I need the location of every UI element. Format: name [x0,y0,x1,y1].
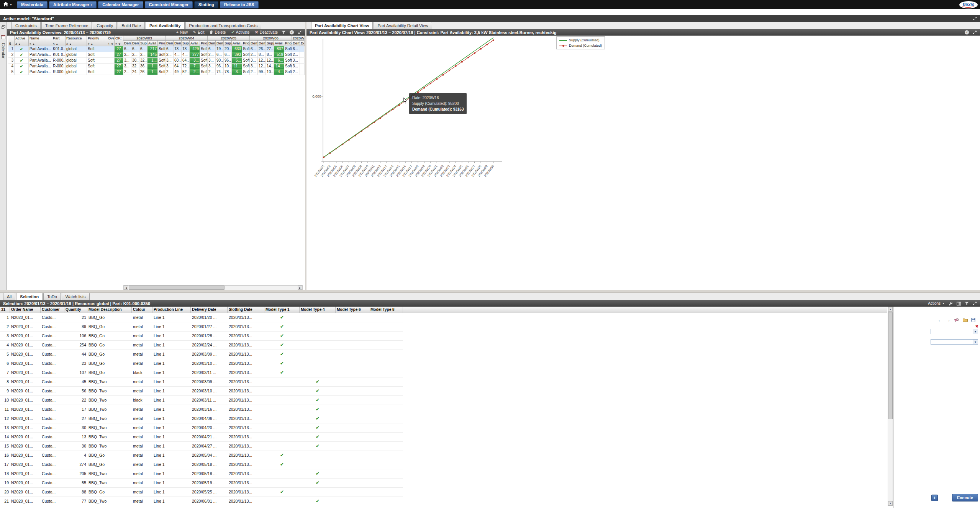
order-row[interactable]: 15N2020_01...Custo...30BBQ_TwometalLine … [0,442,887,451]
column-header-supp[interactable]: Supp [182,41,190,46]
edit-button[interactable]: ✎Edit [193,30,205,35]
column-header-model-type-1[interactable]: Model Type 1 [264,307,300,313]
nav-button-masterdata[interactable]: Masterdata [17,1,48,8]
column-header-avail[interactable]: Avail [190,41,200,46]
order-row[interactable]: 12N2020_01...Custo...27BBQ_TwometalLine … [0,414,887,423]
column-header-model-type-4[interactable]: Model Type 4 [300,307,336,313]
filter-icon[interactable] [282,31,286,34]
tab-todo[interactable]: ToDo [43,293,61,300]
column-header-dem[interactable]: Dem [208,41,216,46]
tab-part-availability[interactable]: Part Availability [146,22,185,29]
maximize-icon[interactable] [973,30,977,34]
column-header-dem[interactable]: Dem [250,41,258,46]
order-row[interactable]: 2N2020_01...Custo...89BBQ_GometalLine 12… [0,322,887,332]
column-header-colour[interactable]: Colour [132,307,152,313]
tab-watch-lists[interactable]: Watch lists [62,293,90,300]
demand-point[interactable] [449,70,450,71]
scrollbar-thumb[interactable] [129,286,225,290]
tab-constraints[interactable]: Constraints [11,22,41,29]
column-header-dem[interactable]: Dem [292,41,300,46]
column-header-supp[interactable]: Supp [139,41,147,46]
order-row[interactable]: 18N2020_01...Custo...205BBQ_TwometalLine… [0,469,887,479]
column-header-production-line[interactable]: Production Line [152,307,191,313]
eraser-icon[interactable] [954,317,959,323]
columns-icon[interactable] [957,302,961,305]
column-header-avail[interactable]: Avail [147,41,158,46]
part-availability-row[interactable]: 3✔Part Availa...R-000...globalSoft273...… [8,58,305,64]
tab-part-availability-detail-view[interactable]: Part Availability Detail View [374,22,432,29]
part-availability-row[interactable]: 1✔Part Availa...K01-0...globalSoft276...… [8,46,305,52]
order-row[interactable]: 4N2020_01...Custo...254BBQ_GometalLine 1… [0,341,887,350]
maximize-icon[interactable] [973,16,977,21]
demand-point[interactable] [423,87,425,88]
demand-point[interactable] [486,44,488,45]
info-icon[interactable]: i [290,30,294,34]
nav-button-release-to-jss[interactable]: Release to JSS [220,1,259,8]
column-header-dem[interactable]: Dem [300,41,305,46]
column-header-order-name[interactable]: Order Name [10,307,41,313]
column-header-avail[interactable]: Avail [274,41,284,46]
column-header-dem[interactable]: Dem [174,41,182,46]
scroll-up-icon[interactable]: ▲ [888,307,893,312]
deactivate-button[interactable]: ✖Deactivate [255,30,278,35]
order-row[interactable]: 19N2020_01...Custo...55BBQ_TwometalLine … [0,479,887,488]
demand-point[interactable] [480,48,482,49]
column-header-supp[interactable]: Supp [224,41,232,46]
tab-selection[interactable]: Selection [16,293,43,300]
column-header-priority[interactable]: Priority7 ▲ [87,36,107,46]
order-row[interactable]: 17N2020_01...Custo...274BBQ_GometalLine … [0,460,887,469]
column-header-delivery-date[interactable]: Delivery Date [191,307,228,313]
demand-point[interactable] [455,65,456,67]
order-row[interactable]: 16N2020_01...Custo...4BBQ_GometalLine 12… [0,451,887,460]
column-header-prior[interactable]: Prior [158,41,166,46]
column-header-model-description[interactable]: Model Description [87,307,132,313]
column-header-supp[interactable]: Supp [266,41,274,46]
demand-point[interactable] [474,52,475,54]
actions-dropdown[interactable]: Actions▼ [928,301,945,305]
delete-button[interactable]: Delete [210,30,226,35]
save-icon[interactable] [971,317,975,323]
order-row[interactable]: 8N2020_01...Custo...45BBQ_TwometalLine 1… [0,377,887,387]
order-row[interactable]: 11N2020_01...Custo...17BBQ_TwometalLine … [0,405,887,414]
calendar-strip-label[interactable]: Calendar [1,43,5,59]
nav-button-calendar-manager[interactable]: Calendar Manager [98,1,143,8]
activate-button[interactable]: ✔Activate [231,30,249,35]
scroll-left-icon[interactable]: ◀ [124,286,128,290]
clear-filter-icon[interactable]: ✖ [975,324,978,328]
order-row[interactable]: 10N2020_01...Custo...22BBQ_TwoblackLine … [0,396,887,405]
tab-capacity[interactable]: Capacity [93,22,117,29]
column-header-quantity[interactable]: Quantity [64,307,87,313]
part-availability-row[interactable]: 4✔Part Availa...R-000...globalSoft273...… [8,64,305,69]
order-row[interactable]: 13N2020_01...Custo...30BBQ_TwometalLine … [0,423,887,433]
execute-button[interactable]: Execute [952,494,978,501]
filter-combo-2[interactable]: ▼ [931,339,978,345]
order-row[interactable]: 1N2020_01...Custo...21BBQ_GometalLine 12… [0,313,887,322]
order-row[interactable]: 21N2020_01...Custo...77BBQ_TwometalLine … [0,497,887,506]
demand-point[interactable] [436,78,438,80]
column-header-dem[interactable]: Dem [166,41,174,46]
supply-line[interactable] [324,38,493,157]
column-header-model-type-6[interactable]: Model Type 6 [336,307,369,313]
column-header-ok[interactable]: OK:2 ▼ [115,36,123,46]
maximize-icon[interactable] [973,301,977,305]
column-header-dem[interactable]: Dem [123,41,131,46]
column-header-dem[interactable]: Dem [258,41,266,46]
demand-point[interactable] [467,57,469,58]
order-row[interactable]: 6N2020_01...Custo...23BBQ_GometalLine 12… [0,359,887,368]
nav-button-slotting[interactable]: Slotting [194,1,218,8]
calendar-icon[interactable] [1,34,5,41]
column-header-prior[interactable]: Prior [200,41,208,46]
info-icon[interactable]: i [965,30,969,34]
filter-combo-1[interactable]: ▼ [931,329,978,334]
order-row[interactable]: 20N2020_01...Custo...88BBQ_GometalLine 1… [0,488,887,497]
column-header-dem[interactable]: Dem [131,41,139,46]
filter-icon[interactable] [965,302,969,305]
vertical-splitter[interactable] [305,22,306,290]
tab-production-and-transportation-costs[interactable]: Production and Transportation Costs [185,22,262,29]
column-header-part[interactable]: Part5 ▲ [52,36,66,46]
nav-button-constraint-manager[interactable]: Constraint Manager [145,1,193,8]
column-header-name[interactable]: Name3 ▲ [29,36,52,46]
restore-panel-icon[interactable] [2,24,5,31]
column-header-model-type-8[interactable]: Model Type 8 [369,307,403,313]
column-header-prior[interactable]: Prior [242,41,250,46]
